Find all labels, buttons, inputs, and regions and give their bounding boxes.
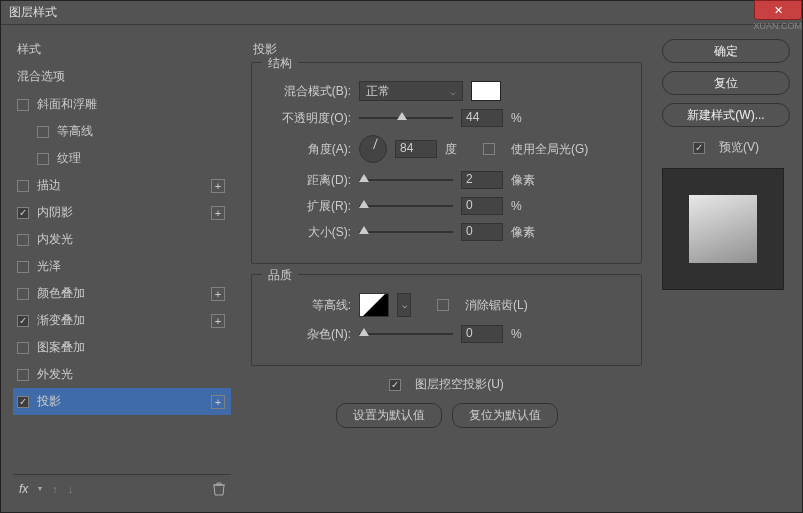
style-label: 纹理 [57, 150, 81, 167]
style-item-0[interactable]: 斜面和浮雕 [13, 91, 231, 118]
new-style-button[interactable]: 新建样式(W)... [662, 103, 790, 127]
size-input[interactable]: 0 [461, 223, 503, 241]
style-label: 投影 [37, 393, 61, 410]
global-light-checkbox[interactable] [483, 143, 495, 155]
set-default-button[interactable]: 设置为默认值 [336, 403, 442, 428]
angle-input[interactable]: 84 [395, 140, 437, 158]
watermark: XUAN.COM [753, 21, 802, 31]
style-label: 颜色叠加 [37, 285, 85, 302]
style-label: 外发光 [37, 366, 73, 383]
angle-dial[interactable] [359, 135, 387, 163]
noise-unit: % [511, 327, 541, 341]
window-title: 图层样式 [9, 4, 57, 21]
noise-label: 杂色(N): [266, 326, 351, 343]
ok-button[interactable]: 确定 [662, 39, 790, 63]
style-label: 斜面和浮雕 [37, 96, 97, 113]
opacity-input[interactable]: 44 [461, 109, 503, 127]
style-checkbox[interactable] [37, 153, 49, 165]
style-item-4[interactable]: 内阴影+ [13, 199, 231, 226]
style-checkbox[interactable] [17, 369, 29, 381]
preview-thumbnail [662, 168, 784, 290]
size-slider[interactable] [359, 225, 453, 239]
distance-slider[interactable] [359, 173, 453, 187]
style-item-10[interactable]: 外发光 [13, 361, 231, 388]
style-checkbox[interactable] [17, 180, 29, 192]
angle-label: 角度(A): [266, 141, 351, 158]
quality-legend: 品质 [262, 267, 298, 284]
shadow-color-swatch[interactable] [471, 81, 501, 101]
move-up-icon[interactable]: ↑ [52, 483, 58, 495]
contour-picker[interactable] [359, 293, 389, 317]
styles-header: 样式 [13, 35, 231, 64]
opacity-unit: % [511, 111, 541, 125]
fx-label[interactable]: fx [19, 482, 28, 496]
antialias-checkbox[interactable] [437, 299, 449, 311]
noise-slider[interactable] [359, 327, 453, 341]
style-item-3[interactable]: 描边+ [13, 172, 231, 199]
effect-settings: 投影 结构 混合模式(B): 正常 不透明度(O): 44 % 角度(A): [243, 35, 650, 502]
style-checkbox[interactable] [17, 396, 29, 408]
style-checkbox[interactable] [17, 207, 29, 219]
style-checkbox[interactable] [17, 99, 29, 111]
add-effect-icon[interactable]: + [211, 179, 225, 193]
blend-options[interactable]: 混合选项 [13, 64, 231, 91]
opacity-label: 不透明度(O): [266, 110, 351, 127]
spread-label: 扩展(R): [266, 198, 351, 215]
style-item-8[interactable]: 渐变叠加+ [13, 307, 231, 334]
style-label: 渐变叠加 [37, 312, 85, 329]
style-item-6[interactable]: 光泽 [13, 253, 231, 280]
angle-unit: 度 [445, 141, 475, 158]
style-label: 内阴影 [37, 204, 73, 221]
style-label: 描边 [37, 177, 61, 194]
style-checkbox[interactable] [17, 288, 29, 300]
style-checkbox[interactable] [37, 126, 49, 138]
contour-label: 等高线: [266, 297, 351, 314]
style-list: 斜面和浮雕等高线纹理描边+内阴影+内发光光泽颜色叠加+渐变叠加+图案叠加外发光投… [13, 91, 231, 474]
fx-dropdown-icon[interactable]: ▾ [38, 484, 42, 493]
style-item-1[interactable]: 等高线 [13, 118, 231, 145]
contour-dropdown-icon[interactable]: ⌵ [397, 293, 411, 317]
distance-unit: 像素 [511, 172, 541, 189]
spread-input[interactable]: 0 [461, 197, 503, 215]
add-effect-icon[interactable]: + [211, 287, 225, 301]
style-checkbox[interactable] [17, 342, 29, 354]
style-item-11[interactable]: 投影+ [13, 388, 231, 415]
titlebar[interactable]: 图层样式 XUAN.COM [1, 1, 802, 25]
size-unit: 像素 [511, 224, 541, 241]
style-checkbox[interactable] [17, 234, 29, 246]
add-effect-icon[interactable]: + [211, 395, 225, 409]
blend-mode-dropdown[interactable]: 正常 [359, 81, 463, 101]
knockout-label: 图层挖空投影(U) [415, 376, 504, 393]
layer-style-dialog: 图层样式 XUAN.COM 样式 混合选项 斜面和浮雕等高线纹理描边+内阴影+内… [0, 0, 803, 513]
style-label: 内发光 [37, 231, 73, 248]
preview-inner [689, 195, 757, 263]
action-panel: 确定 复位 新建样式(W)... 预览(V) [662, 35, 790, 502]
reset-default-button[interactable]: 复位为默认值 [452, 403, 558, 428]
trash-icon[interactable] [213, 482, 225, 496]
style-label: 等高线 [57, 123, 93, 140]
move-down-icon[interactable]: ↓ [68, 483, 74, 495]
quality-group: 品质 等高线: ⌵ 消除锯齿(L) 杂色(N): 0 % [251, 274, 642, 366]
style-checkbox[interactable] [17, 315, 29, 327]
style-label: 光泽 [37, 258, 61, 275]
preview-checkbox[interactable] [693, 142, 705, 154]
close-button[interactable] [754, 0, 802, 20]
style-item-9[interactable]: 图案叠加 [13, 334, 231, 361]
style-item-2[interactable]: 纹理 [13, 145, 231, 172]
blend-mode-label: 混合模式(B): [266, 83, 351, 100]
global-light-label: 使用全局光(G) [511, 141, 588, 158]
reset-button[interactable]: 复位 [662, 71, 790, 95]
knockout-checkbox[interactable] [389, 379, 401, 391]
structure-group: 结构 混合模式(B): 正常 不透明度(O): 44 % 角度(A): 84 度 [251, 62, 642, 264]
add-effect-icon[interactable]: + [211, 206, 225, 220]
structure-legend: 结构 [262, 55, 298, 72]
noise-input[interactable]: 0 [461, 325, 503, 343]
size-label: 大小(S): [266, 224, 351, 241]
add-effect-icon[interactable]: + [211, 314, 225, 328]
distance-input[interactable]: 2 [461, 171, 503, 189]
style-checkbox[interactable] [17, 261, 29, 273]
style-item-5[interactable]: 内发光 [13, 226, 231, 253]
style-item-7[interactable]: 颜色叠加+ [13, 280, 231, 307]
opacity-slider[interactable] [359, 111, 453, 125]
spread-slider[interactable] [359, 199, 453, 213]
